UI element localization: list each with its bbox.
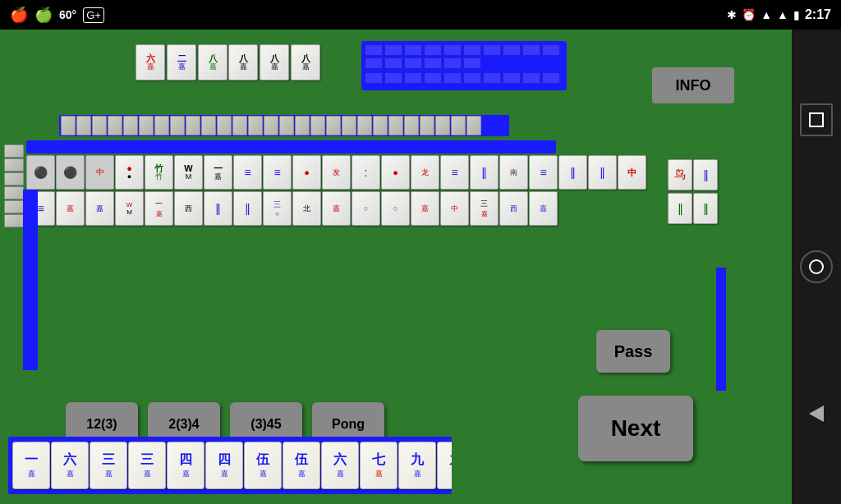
pass-button[interactable]: Pass [596, 330, 670, 373]
right-panel [792, 30, 841, 504]
hand-tile-4[interactable]: 三 嘉 [128, 442, 166, 489]
main-tiles: ⚫ ⚫ 中 ●● 竹竹 WM 一嘉 ≡ ≡ ● 发 : ● 龙 ≡ ‖ 南 ≡ … [26, 140, 646, 227]
player-hand: 一 嘉 六 嘉 三 嘉 三 嘉 四 嘉 四 嘉 伍 嘉 伍 嘉 [8, 437, 452, 494]
game-area: 六 嘉 二 嘉 八 嘉 八 嘉 八 嘉 八 嘉 [0, 30, 792, 504]
time-display: 2:17 [805, 7, 831, 22]
top-mid-tiles: 八 嘉 八 嘉 八 嘉 [228, 44, 320, 80]
hand-tile-12[interactable]: 九 嘉 [437, 442, 452, 489]
circle-icon [809, 259, 824, 274]
triangle-icon [809, 405, 824, 422]
hand-tile-6[interactable]: 四 嘉 [205, 442, 243, 489]
hand-tile-1[interactable]: 一 嘉 [12, 442, 50, 489]
next-button[interactable]: Next [578, 396, 693, 461]
back-nav-button[interactable] [800, 397, 833, 430]
right-side-tiles: 鸟 ‖ ‖ ‖ [668, 159, 718, 224]
hand-tile-8[interactable]: 伍 嘉 [283, 442, 320, 489]
alarm-icon: ⏰ [742, 8, 756, 21]
square-icon [809, 112, 824, 127]
top-left-tiles: 六 嘉 二 嘉 八 嘉 [136, 44, 227, 80]
right-side-wall [716, 268, 726, 391]
apple-icon-2: 🍏 [34, 6, 53, 24]
left-side-wall [23, 190, 38, 370]
hand-tile-10[interactable]: 七 嘉 [360, 442, 398, 489]
hand-tile-3[interactable]: 三 嘉 [90, 442, 127, 489]
left-wall-tiles [4, 144, 24, 227]
opponent-tiles-top [361, 41, 567, 90]
wall-top [59, 115, 509, 136]
info-button[interactable]: INFO [652, 67, 734, 103]
gplus-icon: G+ [83, 7, 104, 23]
battery-icon: ▮ [793, 8, 800, 21]
signal-icon: ▲ [777, 8, 788, 21]
hand-tile-7[interactable]: 伍 嘉 [244, 442, 282, 489]
hand-tile-2[interactable]: 六 嘉 [51, 442, 89, 489]
bluetooth-icon: ✱ [727, 8, 737, 21]
apple-icon-1: 🍎 [10, 6, 28, 24]
hand-tile-9[interactable]: 六 嘉 [321, 442, 359, 489]
temperature-label: 60° [59, 8, 76, 21]
status-bar: 🍎 🍏 60° G+ ✱ ⏰ ▲ ▲ ▮ 2:17 [0, 0, 841, 30]
square-nav-button[interactable] [800, 103, 833, 136]
circle-nav-button[interactable] [800, 250, 833, 283]
wifi-icon: ▲ [761, 8, 772, 21]
hand-tile-11[interactable]: 九 嘉 [398, 442, 436, 489]
hand-tile-5[interactable]: 四 嘉 [167, 442, 205, 489]
